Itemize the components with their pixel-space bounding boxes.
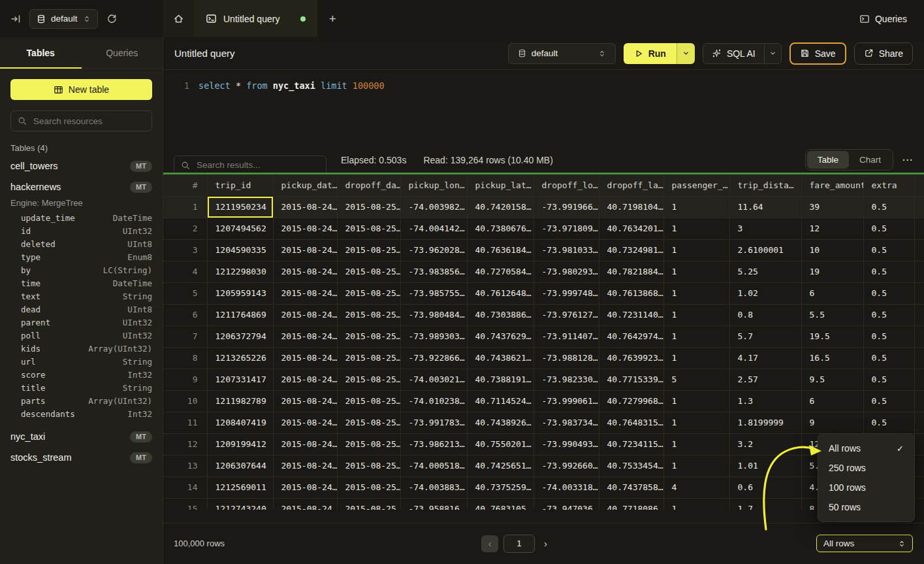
data-cell[interactable]: -73.982330… [534,369,599,390]
column-row[interactable]: textString [10,290,152,303]
data-cell[interactable]: 19.5 [801,325,863,347]
data-cell[interactable]: 40.7270584… [467,261,534,282]
data-cell[interactable]: 1208407419 [207,412,273,433]
data-cell[interactable]: 1212743240 [207,498,273,510]
prev-page-button[interactable]: ‹ [481,535,498,552]
data-cell[interactable]: 1212298030 [207,261,273,282]
data-cell[interactable]: 10 [801,239,863,261]
data-cell[interactable]: -73.989303… [400,325,467,347]
data-cell[interactable]: 40.7380676… [467,218,534,239]
column-header-dropoff_lo[interactable]: dropoff_lo… [534,174,599,196]
data-cell[interactable]: 1 [663,261,729,282]
column-header-pickup_lat[interactable]: pickup_lat… [467,174,534,196]
data-cell[interactable]: 2015-08-25… [337,261,400,282]
data-cell[interactable]: 2015-08-24… [273,476,337,498]
data-cell[interactable]: 0.8 [729,304,801,325]
data-cell[interactable]: 1 [663,325,729,347]
search-results-input[interactable] [195,159,319,171]
data-cell[interactable]: 40.7231140… [599,304,663,325]
data-cell[interactable]: -74.003318… [534,476,599,498]
data-cell[interactable]: 1.3 [729,390,801,412]
data-cell[interactable]: 1 [663,390,729,412]
data-cell[interactable]: 40.7438621… [467,347,534,369]
data-cell[interactable]: 40.7420158… [467,196,534,218]
data-cell[interactable]: 2015-08-25… [337,412,400,433]
data-cell[interactable]: 1211764869 [207,304,273,325]
data-cell[interactable]: 4.17 [729,347,801,369]
data-cell[interactable]: 0.5 [863,390,914,412]
data-cell[interactable]: 5 [663,369,729,390]
column-row[interactable]: pollUInt32 [10,329,152,342]
data-cell[interactable]: 40.7613868… [599,282,663,304]
tab-untitled-query[interactable]: Untitled query [194,0,317,37]
data-cell[interactable]: 2015-08-24… [273,261,337,282]
sql-editor[interactable]: 1 select * from nyc_taxi limit 100000 [163,70,924,147]
column-row[interactable]: deadUInt8 [10,303,152,316]
data-cell[interactable]: 2015-08-25… [337,239,400,261]
data-cell[interactable]: 40.7821884… [599,261,663,282]
data-cell[interactable]: 1212569011 [207,476,273,498]
data-cell[interactable]: 2015-08-24… [273,282,337,304]
current-page-box[interactable]: 1 [503,535,535,553]
data-cell[interactable]: -73.962028… [400,239,467,261]
column-row[interactable]: scoreInt32 [10,369,152,382]
menu-item-all-rows[interactable]: All rows✓ [818,439,914,458]
data-cell[interactable]: -73.999061… [534,390,599,412]
data-cell[interactable]: -73.985755… [400,282,467,304]
data-cell[interactable]: 1 [663,218,729,239]
data-cell[interactable]: 40.7303886… [467,304,534,325]
tab-home[interactable] [163,0,194,37]
menu-item-100-rows[interactable]: 100 rows [818,478,914,497]
data-cell[interactable]: -73.981033… [534,239,599,261]
data-cell[interactable]: 0.5 [863,325,914,347]
data-cell[interactable]: 2015-08-24… [273,369,337,390]
save-button[interactable]: Save [789,42,846,65]
search-resources-input[interactable] [32,116,145,127]
column-header-pickup_dat[interactable]: pickup_dat… [273,174,337,196]
more-options-icon[interactable]: ··· [902,155,914,165]
data-cell[interactable]: 11.64 [729,196,801,218]
column-row[interactable]: idUInt32 [10,225,152,238]
column-header-trip_id[interactable]: trip_id [207,174,273,196]
data-cell[interactable]: 0.5 [863,196,914,218]
data-cell[interactable]: 0.5 [863,304,914,325]
data-cell[interactable]: 1 [663,304,729,325]
menu-item-250-rows[interactable]: 250 rows [818,458,914,478]
data-cell[interactable]: 2.57 [729,369,801,390]
data-cell[interactable]: 1209199412 [207,433,273,455]
data-cell[interactable]: -73.999748… [534,282,599,304]
data-cell[interactable]: 40.7425651… [467,455,534,476]
data-cell[interactable]: 40.7114524… [467,390,534,412]
data-cell[interactable]: 19 [801,261,863,282]
share-button[interactable]: Share [854,42,913,65]
data-cell[interactable]: 1207331417 [207,369,273,390]
data-cell[interactable]: -74.003021… [400,369,467,390]
data-cell[interactable]: 40.7648315… [599,412,663,433]
data-cell[interactable]: 2015-08-24… [273,390,337,412]
data-cell[interactable]: 40.7612648… [467,282,534,304]
column-row[interactable]: descendantsInt32 [10,408,152,421]
data-cell[interactable]: 1211950234 [207,196,273,218]
sql-ai-button[interactable]: SQL AI [703,44,764,63]
data-cell[interactable]: 1 [663,347,729,369]
data-cell[interactable]: 2015-08-25… [337,282,400,304]
data-cell[interactable]: -73.976127… [534,304,599,325]
data-cell[interactable]: 2015-08-24… [273,498,337,510]
data-cell[interactable]: 4 [663,476,729,498]
column-row[interactable]: update_timeDateTime [10,212,152,225]
data-cell[interactable]: 2015-08-25… [337,369,400,390]
data-cell[interactable]: 2015-08-25… [337,347,400,369]
data-cell[interactable]: 1 [663,239,729,261]
data-cell[interactable]: 2015-08-25… [337,476,400,498]
data-cell[interactable]: 0.5 [863,412,914,433]
data-cell[interactable]: -73.983856… [400,261,467,282]
data-cell[interactable]: -73.990493… [534,433,599,455]
data-cell[interactable]: 2015-08-24… [273,239,337,261]
data-cell[interactable]: -73.958816… [400,498,467,510]
sidebar-table-cell_towers[interactable]: cell_towersMT [10,156,152,176]
column-header-extra[interactable]: extra [863,174,914,196]
column-row[interactable]: parentUInt32 [10,316,152,329]
column-header-row-number[interactable]: # [163,174,207,196]
data-cell[interactable]: 1.8199999 [729,412,801,433]
data-cell[interactable]: 2015-08-25… [337,218,400,239]
